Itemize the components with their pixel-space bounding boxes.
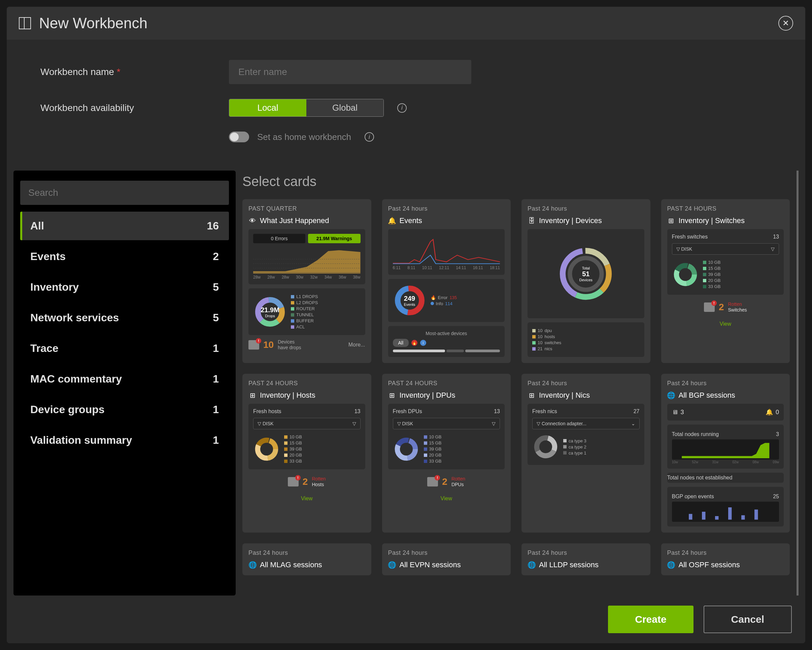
category-sidebar: All16 Events2 Inventory5 Network service…: [14, 170, 236, 595]
sidebar-item-device-groups[interactable]: Device groups1: [20, 395, 229, 424]
card-time-label: Past 24 hours: [528, 205, 644, 212]
fresh-label: Fresh switches: [672, 234, 708, 240]
view-link[interactable]: View: [249, 494, 365, 503]
globe-icon: 🌐: [667, 561, 675, 569]
card-inventory-devices[interactable]: Past 24 hours 🗄Inventory | Devices T: [522, 199, 650, 363]
globe-icon: 🌐: [667, 391, 675, 399]
card-title: What Just Happened: [260, 216, 329, 225]
alert-icon: [249, 340, 259, 350]
dpus-donut: [393, 436, 420, 463]
alert-icon: [704, 303, 715, 312]
cards-grid: PAST QUARTER 👁What Just Happened 0 Error…: [243, 199, 790, 575]
disk-filter[interactable]: ▽ DISK▽: [393, 418, 500, 429]
sidebar-item-inventory[interactable]: Inventory5: [20, 273, 229, 301]
globe-icon: 🌐: [249, 561, 256, 569]
chevron-down-icon: ▽: [771, 246, 775, 252]
sidebar-item-network-services[interactable]: Network services5: [20, 303, 229, 332]
alert-icon: [288, 477, 299, 487]
connection-adapter-filter[interactable]: ▽ Connection adapter...⌄: [532, 418, 640, 429]
card-time-label: Past 24 hours: [528, 550, 644, 556]
card-time-label: PAST QUARTER: [249, 205, 365, 212]
availability-toggle: Local Global: [229, 99, 384, 117]
devices-legend: 10 dpu 10 hosts 10 switches 21 nics: [528, 322, 644, 357]
view-link[interactable]: View: [667, 320, 784, 328]
home-workbench-label: Set as home workbench: [257, 132, 351, 142]
info-icon[interactable]: i: [420, 340, 426, 346]
card-time-label: Past 24 hours: [388, 205, 505, 212]
events-donut: 249Events: [393, 284, 427, 317]
card-evpn-sessions[interactable]: Past 24 hours 🌐All EVPN sessions: [382, 543, 511, 575]
host-icon: ⊞: [249, 391, 256, 399]
card-title: Inventory | Devices: [539, 216, 602, 225]
card-time-label: Past 24 hours: [667, 550, 784, 556]
alert-icon: [427, 477, 438, 487]
close-button[interactable]: ✕: [778, 16, 793, 30]
card-lldp-sessions[interactable]: Past 24 hours 🌐All LLDP sessions: [522, 543, 650, 575]
hosts-legend: 10 GB 15 GB 39 GB 20 GB 33 GB: [284, 433, 302, 464]
errors-pill: 0 Errors: [253, 234, 305, 243]
availability-global[interactable]: Global: [306, 99, 383, 116]
nic-icon: ⊞: [528, 391, 536, 399]
search-input[interactable]: [20, 181, 229, 205]
bell-icon: 🔔: [766, 408, 773, 416]
globe-icon: 🌐: [388, 561, 396, 569]
card-mlag-sessions[interactable]: Past 24 hours 🌐All MLAG sessions: [243, 543, 371, 575]
fresh-count: 13: [354, 408, 360, 414]
workbench-icon: [19, 17, 31, 29]
info-icon[interactable]: i: [397, 103, 407, 113]
disk-filter[interactable]: ▽ DISK▽: [253, 418, 360, 429]
info-dot-icon: [430, 302, 434, 305]
fire-icon[interactable]: 🔥: [411, 340, 417, 346]
sidebar-item-trace[interactable]: Trace1: [20, 334, 229, 363]
create-button[interactable]: Create: [608, 606, 693, 633]
card-time-label: Past 24 hours: [667, 380, 784, 387]
drops-legend: L1 DROPS L2 DROPS ROUTER TUNNEL BUFFER A…: [291, 293, 318, 330]
sidebar-item-validation-summary[interactable]: Validation summary1: [20, 426, 229, 455]
fresh-label: Fresh DPUs: [393, 408, 422, 414]
card-inventory-switches[interactable]: PAST 24 HOURS ⊞Inventory | Switches Fres…: [661, 199, 790, 363]
card-ospf-sessions[interactable]: Past 24 hours 🌐All OSPF sessions: [661, 543, 790, 575]
dpu-icon: ⊞: [388, 391, 396, 399]
disk-filter[interactable]: ▽ DISK▽: [672, 243, 779, 255]
switches-donut: [672, 261, 699, 288]
more-link[interactable]: More...: [348, 342, 365, 348]
card-what-just-happened[interactable]: PAST QUARTER 👁What Just Happened 0 Error…: [243, 199, 371, 363]
cards-title: Select cards: [243, 174, 790, 189]
cancel-button[interactable]: Cancel: [704, 606, 792, 633]
card-events[interactable]: Past 24 hours 🔔Events 6:118:1110:1112:11…: [382, 199, 511, 363]
card-title: Inventory | Hosts: [260, 391, 316, 400]
sidebar-item-mac-commentary[interactable]: MAC commentary1: [20, 365, 229, 393]
card-bgp-sessions[interactable]: Past 24 hours 🌐All BGP sessions 🖥3 🔔0 To…: [661, 374, 790, 533]
home-workbench-switch[interactable]: [229, 132, 249, 142]
fresh-label: Fresh hosts: [253, 408, 281, 414]
card-title: Inventory | Switches: [679, 216, 745, 225]
new-workbench-modal: New Workbench ✕ Workbench name * Workben…: [7, 7, 805, 643]
warnings-pill: 21.9M Warnings: [308, 234, 360, 243]
card-inventory-nics[interactable]: Past 24 hours ⊞Inventory | Nics Fresh ni…: [522, 374, 650, 533]
server-icon: 🗄: [528, 217, 536, 225]
card-title: All EVPN sessions: [400, 560, 461, 569]
devices-drops-count: 10: [263, 339, 274, 350]
modal-header: New Workbench ✕: [7, 7, 805, 40]
sidebar-item-all[interactable]: All16: [20, 212, 229, 240]
modal-footer: Create Cancel: [7, 595, 805, 643]
fresh-count: 27: [633, 408, 640, 414]
sidebar-item-events[interactable]: Events2: [20, 242, 229, 271]
name-label: Workbench name *: [40, 67, 229, 78]
card-inventory-hosts[interactable]: PAST 24 HOURS ⊞Inventory | Hosts Fresh h…: [243, 374, 371, 533]
card-time-label: Past 24 hours: [388, 550, 505, 556]
card-title: All LLDP sessions: [539, 560, 598, 569]
axis-labels: 6:118:1110:1112:1114:1116:1118:11: [393, 265, 500, 270]
availability-local[interactable]: Local: [229, 99, 306, 116]
nics-legend: ca type 3 ca type 2 ca type 1: [563, 437, 586, 457]
modal-body: All16 Events2 Inventory5 Network service…: [7, 170, 805, 595]
bgp-sparkline: [672, 439, 779, 460]
card-time-label: Past 24 hours: [249, 550, 365, 556]
tab-all[interactable]: All: [393, 339, 409, 347]
dpus-legend: 10 GB 15 GB 39 GB 20 GB 33 GB: [424, 433, 442, 464]
switches-legend: 10 GB 15 GB 39 GB 20 GB 33 GB: [703, 259, 721, 290]
info-icon[interactable]: i: [365, 132, 374, 142]
card-inventory-dpus[interactable]: PAST 24 HOURS ⊞Inventory | DPUs Fresh DP…: [382, 374, 511, 533]
view-link[interactable]: View: [388, 494, 505, 503]
workbench-name-input[interactable]: [229, 60, 471, 84]
